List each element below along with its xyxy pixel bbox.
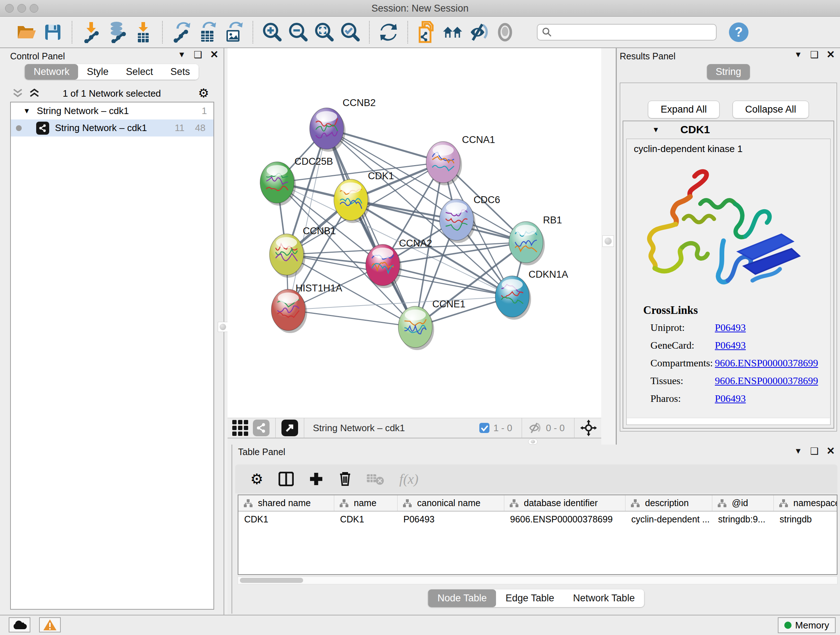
help-icon[interactable]: ?	[729, 22, 748, 42]
search-input[interactable]	[556, 27, 712, 37]
table-cell[interactable]: stringdb	[774, 511, 837, 527]
panel-menu-icon[interactable]: ▼	[178, 51, 186, 59]
zoom-out-icon[interactable]	[287, 21, 309, 43]
table-cell[interactable]: stringdb:9...	[712, 511, 774, 527]
grid-view-icon[interactable]	[232, 420, 248, 436]
cloud-status-button[interactable]	[9, 617, 30, 632]
show-all-icon[interactable]	[494, 21, 515, 43]
expand-all-button[interactable]: Expand All	[648, 101, 720, 119]
delete-icon[interactable]	[339, 471, 352, 486]
network-view-title: String Network – cdk1	[313, 423, 405, 434]
tab-network-table[interactable]: Network Table	[564, 589, 644, 607]
table-cell[interactable]: cyclin-dependent ...	[625, 511, 712, 527]
table-cell[interactable]: 9606.ENSP00000378699	[504, 511, 625, 527]
import-table-icon[interactable]	[133, 21, 154, 43]
tab-network[interactable]: Network	[25, 64, 78, 80]
network-node[interactable]: CCNA2	[366, 238, 432, 288]
network-node[interactable]: CDKN1A	[495, 269, 568, 320]
crosslink-link[interactable]: P06493	[715, 322, 746, 333]
fit-content-icon[interactable]	[580, 420, 597, 436]
tab-sets[interactable]: Sets	[162, 64, 199, 80]
crosslink-row: Tissues:9606.ENSP00000378699	[643, 375, 830, 386]
show-columns-icon[interactable]	[279, 472, 294, 486]
gear-icon[interactable]: ⚙	[250, 470, 264, 487]
column-header[interactable]: description	[625, 495, 712, 511]
column-header[interactable]: shared name	[238, 495, 334, 511]
hide-selected-icon[interactable]	[469, 21, 489, 43]
column-header[interactable]: namespace	[774, 495, 837, 511]
column-header[interactable]: canonical name	[398, 495, 504, 511]
share-view-icon[interactable]	[253, 420, 270, 436]
hidden-eye-icon[interactable]	[528, 422, 542, 434]
panel-float-icon[interactable]: ❑	[810, 50, 818, 59]
table-cell[interactable]: CDK1	[238, 511, 334, 527]
homes-icon[interactable]	[442, 21, 463, 43]
crosslink-link[interactable]: P06493	[715, 340, 746, 351]
zoom-selected-icon[interactable]	[340, 21, 361, 43]
network-node[interactable]: CCNB1	[270, 226, 336, 278]
panel-close-icon[interactable]: ✕	[827, 446, 835, 456]
function-builder-icon[interactable]: f(x)	[399, 471, 418, 487]
panel-menu-icon[interactable]: ▼	[794, 51, 802, 59]
network-edge[interactable]	[351, 200, 526, 242]
table-cell[interactable]: CDK1	[334, 511, 398, 527]
network-node[interactable]: HIST1H1A	[271, 283, 342, 333]
panel-float-icon[interactable]: ❑	[810, 447, 818, 456]
tab-select[interactable]: Select	[117, 64, 162, 80]
network-node[interactable]: CDC6	[439, 195, 500, 243]
crosslink-link[interactable]: 9606.ENSP00000378699	[715, 375, 818, 386]
warning-status-button[interactable]	[39, 617, 61, 632]
import-network-icon[interactable]	[81, 21, 102, 43]
network-canvas[interactable]: CCNB2CCNA1CDC25BCDK1CDC6RB1CCNB1CCNA2HIS…	[227, 48, 601, 418]
network-node[interactable]: CCNA1	[426, 134, 495, 185]
zoom-in-icon[interactable]	[262, 21, 283, 43]
tab-node-table[interactable]: Node Table	[428, 589, 496, 607]
table-row[interactable]: CDK1CDK1P064939606.ENSP00000378699cyclin…	[238, 511, 837, 527]
scrollbar-thumb[interactable]	[240, 578, 303, 583]
save-icon[interactable]	[42, 21, 63, 43]
panel-close-icon[interactable]: ✕	[827, 50, 835, 60]
crosslink-link[interactable]: 9606.ENSP00000378699	[715, 357, 818, 369]
panel-menu-icon[interactable]: ▼	[794, 447, 802, 455]
gene-collapse-icon[interactable]: ▼	[652, 126, 660, 134]
tree-expand-icon[interactable]: ▼	[23, 107, 30, 115]
table-cell[interactable]: P06493	[398, 511, 504, 527]
export-network-icon[interactable]	[171, 21, 192, 43]
tab-string[interactable]: String	[707, 64, 750, 80]
network-edge[interactable]	[288, 310, 415, 327]
column-header[interactable]: name	[334, 495, 398, 511]
collapse-all-button[interactable]: Collapse All	[733, 101, 809, 119]
horizontal-splitter-handle[interactable]	[528, 439, 538, 445]
results-scrollbar[interactable]	[627, 418, 830, 424]
copy-network-icon[interactable]	[416, 21, 437, 43]
add-icon[interactable]	[309, 472, 324, 486]
panel-close-icon[interactable]: ✕	[210, 50, 218, 60]
birdseye-view-icon[interactable]	[281, 420, 298, 436]
network-node[interactable]: CCNE1	[398, 299, 466, 350]
import-database-icon[interactable]	[107, 21, 128, 43]
node-table[interactable]: shared namenamecanonical namedatabase id…	[238, 494, 837, 575]
tab-style[interactable]: Style	[78, 64, 117, 80]
table-hscrollbar[interactable]	[238, 576, 837, 584]
panel-float-icon[interactable]: ❑	[194, 50, 202, 59]
tab-edge-table[interactable]: Edge Table	[496, 589, 564, 607]
crosslink-link[interactable]: P06493	[715, 393, 746, 404]
network-row-selected[interactable]: String Network – cdk1 11 48	[11, 119, 213, 136]
delete-table-icon[interactable]	[367, 473, 384, 485]
right-splitter-handle[interactable]	[602, 235, 614, 247]
crosslink-row: Compartments:9606.ENSP00000378699	[643, 357, 830, 369]
export-image-icon[interactable]	[223, 21, 244, 43]
zoom-fit-icon[interactable]	[314, 21, 335, 43]
memory-button[interactable]: Memory	[778, 617, 836, 633]
node-label: CCNA2	[399, 238, 432, 249]
selected-checkbox-icon[interactable]	[479, 423, 490, 433]
column-header[interactable]: database identifier	[504, 495, 625, 511]
export-table-icon[interactable]	[197, 21, 218, 43]
gear-icon[interactable]: ⚙	[198, 86, 209, 100]
network-collection-row[interactable]: ▼ String Network – cdk1 1	[11, 103, 213, 119]
column-header[interactable]: @id	[712, 495, 774, 511]
network-node[interactable]: RB1	[509, 215, 562, 265]
left-splitter-handle[interactable]	[218, 322, 228, 332]
open-folder-icon[interactable]	[16, 21, 37, 43]
refresh-icon[interactable]	[378, 21, 399, 43]
